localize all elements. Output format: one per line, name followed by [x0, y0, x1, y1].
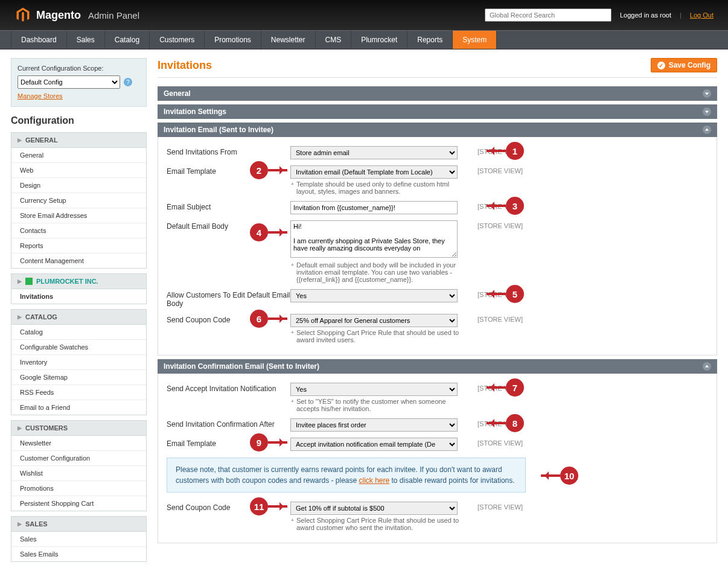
field-note: Select Shopping Cart Price Rule that sho… [290, 329, 459, 343]
sidebar-group-header[interactable]: ▶PLUMROCKET INC. [11, 273, 147, 289]
sidebar-item[interactable]: Google Sitemap [11, 369, 146, 385]
nav-sales[interactable]: Sales [67, 31, 105, 49]
sidebar-item[interactable]: RSS Feeds [11, 385, 146, 400]
coupon-select[interactable]: 25% off Apparel for General customers [290, 314, 458, 327]
field-note: Set to "YES" to notify the customer when… [290, 398, 459, 412]
logout-link[interactable]: Log Out [690, 11, 714, 19]
section-confirmation-email-header[interactable]: Invitation Confirmation Email (Sent to I… [158, 359, 717, 374]
field-label: Email Template [167, 165, 290, 176]
sidebar-item[interactable]: General [11, 148, 146, 162]
nav-promotions[interactable]: Promotions [205, 31, 261, 49]
scope-indicator: [STORE VIEW] [477, 146, 544, 155]
triangle-icon: ▶ [18, 425, 22, 431]
field-note: Template should be used only to define c… [290, 180, 459, 195]
chevron-up-icon [703, 126, 711, 134]
scope-indicator: [STORE VIEW] [477, 502, 544, 511]
field-label: Send Coupon Code [167, 314, 290, 324]
scope-indicator: [STORE VIEW] [477, 383, 544, 392]
sidebar-item[interactable]: Sales Emails [11, 546, 146, 561]
nav-catalog[interactable]: Catalog [105, 31, 150, 49]
field-label: Send Invitation Confirmation After [167, 418, 290, 429]
scope-label: Current Configuration Scope: [18, 65, 140, 72]
sidebar-item[interactable]: Content Management [11, 253, 146, 268]
scope-indicator: [STORE VIEW] [477, 289, 544, 298]
top-nav: DashboardSalesCatalogCustomersPromotions… [0, 30, 728, 49]
confirm-coupon-select[interactable]: Get 10% off if subtotal is $500 [290, 502, 458, 515]
page-title: Invitations [158, 59, 212, 72]
check-icon: ✓ [657, 62, 665, 69]
field-note: Default email subject and body will be i… [290, 261, 459, 283]
sidebar-group-header[interactable]: ▶SALES [11, 516, 147, 532]
sidebar-item[interactable]: Web [11, 162, 146, 177]
allow-edit-select[interactable]: Yes [290, 289, 458, 302]
triangle-icon: ▶ [18, 137, 22, 143]
field-label: Default Email Body [167, 220, 290, 231]
sidebar-item[interactable]: Store Email Addresses [11, 208, 146, 223]
send-from-select[interactable]: Store admin email [290, 146, 458, 159]
config-scope-box: Current Configuration Scope: Default Con… [11, 58, 147, 107]
sidebar-item[interactable]: Contacts [11, 223, 146, 238]
save-config-button[interactable]: ✓Save Config [651, 58, 717, 72]
nav-system[interactable]: System [453, 31, 497, 49]
sidebar-item[interactable]: Promotions [11, 480, 146, 496]
triangle-icon: ▶ [18, 314, 22, 320]
sidebar-item[interactable]: Email to a Friend [11, 400, 146, 415]
sidebar-title: Configuration [11, 115, 147, 126]
field-label: Email Template [167, 438, 290, 448]
magento-logo-icon [14, 7, 31, 24]
sidebar-item[interactable]: Sales [11, 532, 146, 546]
nav-newsletter[interactable]: Newsletter [261, 31, 316, 49]
sidebar-item[interactable]: Persistent Shopping Cart [11, 496, 146, 511]
email-template-select[interactable]: Invitation email (Default Template from … [290, 165, 458, 179]
confirm-after-select[interactable]: Invitee places first order [290, 418, 458, 432]
sidebar-item[interactable]: Newsletter [11, 436, 146, 450]
chevron-down-icon [703, 89, 711, 98]
sidebar-group-header[interactable]: ▶CUSTOMERS [11, 420, 147, 436]
nav-plumrocket[interactable]: Plumrocket [351, 31, 407, 49]
nav-dashboard[interactable]: Dashboard [11, 31, 67, 49]
sidebar-item[interactable]: Reports [11, 238, 146, 253]
section-settings-header[interactable]: Invitation Settings [158, 104, 717, 119]
main-content: Invitations ✓Save Config General Invitat… [158, 58, 717, 547]
sidebar-group-header[interactable]: ▶GENERAL [11, 132, 147, 148]
scope-indicator: [STORE VIEW] [477, 201, 544, 210]
scope-indicator: [STORE VIEW] [477, 438, 544, 447]
global-search-input[interactable] [485, 8, 611, 22]
logged-in-label: Logged in as root [620, 11, 671, 19]
confirm-template-select[interactable]: Accept invitation notification email tem… [290, 438, 458, 451]
sidebar-item[interactable]: Catalog [11, 325, 146, 339]
plumrocket-icon [25, 278, 33, 285]
section-general-header[interactable]: General [158, 86, 717, 101]
disable-rewards-link[interactable]: click here [359, 476, 390, 485]
section-invitation-email-header[interactable]: Invitation Email (Sent to Invitee) [158, 123, 717, 137]
brand-sub: Admin Panel [88, 10, 139, 21]
scope-indicator: [STORE VIEW] [477, 220, 544, 229]
manage-stores-link[interactable]: Manage Stores [18, 92, 63, 100]
triangle-icon: ▶ [18, 278, 22, 284]
email-subject-input[interactable] [290, 201, 458, 214]
sidebar-item[interactable]: Invitations [11, 289, 146, 304]
sidebar-item[interactable]: Inventory [11, 354, 146, 369]
email-body-textarea[interactable]: Hi! I am currently shopping at Private S… [290, 220, 458, 258]
sidebar-item[interactable]: Currency Setup [11, 193, 146, 208]
nav-cms[interactable]: CMS [316, 31, 352, 49]
sidebar-item[interactable]: Configurable Swatches [11, 339, 146, 354]
field-note: Select Shopping Cart Price Rule that sho… [290, 517, 459, 531]
field-label: Send Invitations From [167, 146, 290, 156]
sidebar: Current Configuration Scope: Default Con… [11, 58, 147, 567]
nav-customers[interactable]: Customers [150, 31, 205, 49]
notify-select[interactable]: Yes [290, 383, 458, 396]
sidebar-group-header[interactable]: ▶CATALOG [11, 309, 147, 325]
chevron-up-icon [703, 362, 711, 371]
field-label: Email Subject [167, 201, 290, 211]
scope-indicator: [STORE VIEW] [477, 314, 544, 323]
sidebar-item[interactable]: Customer Configuration [11, 450, 146, 465]
nav-reports[interactable]: Reports [407, 31, 453, 49]
scope-indicator: [STORE VIEW] [477, 165, 544, 174]
admin-header: Magento Admin Panel Logged in as root | … [0, 0, 728, 30]
scope-select[interactable]: Default Config [18, 75, 120, 89]
triangle-icon: ▶ [18, 521, 22, 527]
sidebar-item[interactable]: Wishlist [11, 465, 146, 480]
help-icon[interactable]: ? [124, 78, 132, 86]
sidebar-item[interactable]: Design [11, 177, 146, 193]
